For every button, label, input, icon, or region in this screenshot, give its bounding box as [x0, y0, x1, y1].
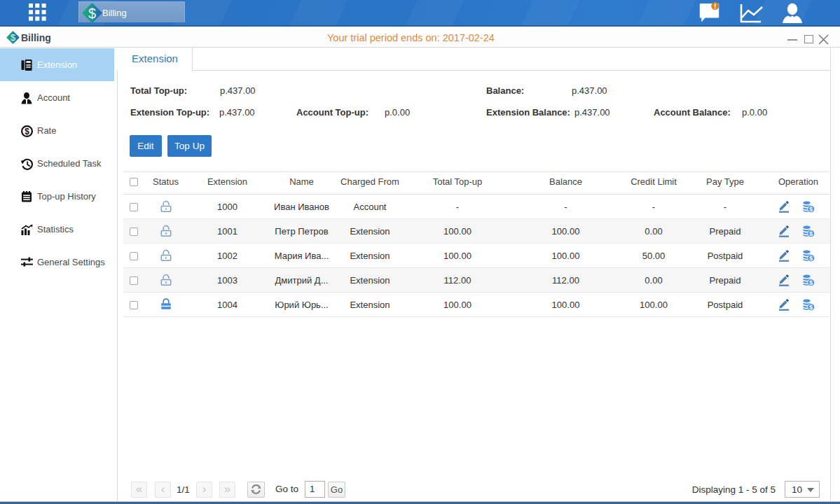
svg-text:$: $: [11, 32, 16, 43]
svg-text:$: $: [809, 304, 813, 311]
svg-text:$: $: [809, 255, 813, 262]
svg-text:$: $: [809, 279, 813, 286]
svg-text:$: $: [809, 206, 813, 213]
svg-text:$: $: [88, 6, 96, 21]
svg-text:$: $: [25, 127, 29, 136]
svg-text:$: $: [809, 230, 813, 237]
